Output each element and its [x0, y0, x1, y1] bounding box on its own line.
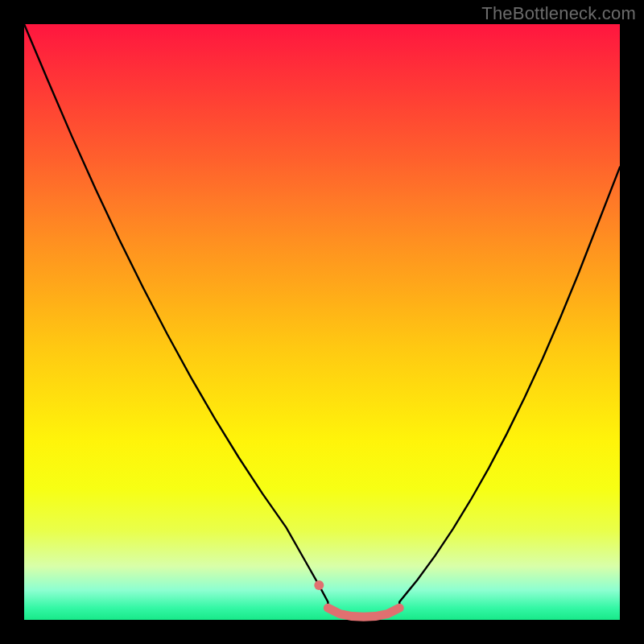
gradient-panel [24, 24, 620, 620]
watermark-text: TheBottleneck.com [481, 3, 636, 24]
chart-stage: TheBottleneck.com [0, 0, 644, 644]
